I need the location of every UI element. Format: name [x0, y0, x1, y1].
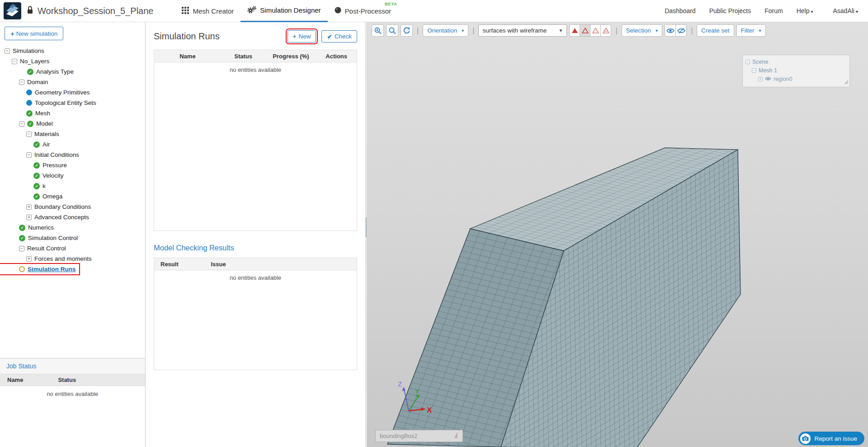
hide-selection-button[interactable] — [675, 24, 687, 37]
scene-tree-item-scene[interactable]: − Scene — [745, 57, 847, 66]
model-checking-title: Model Checking Results — [154, 244, 357, 252]
tree-item-label[interactable]: Simulations — [13, 47, 44, 54]
help-menu[interactable]: Help▾ — [797, 7, 813, 14]
mesh-quality-solid-button[interactable] — [569, 24, 580, 37]
collapse-icon[interactable]: − — [26, 152, 32, 158]
tab-simulation-designer[interactable]: Simulation Designer — [241, 0, 327, 22]
expand-icon[interactable]: + — [26, 204, 32, 210]
collapse-icon[interactable]: − — [5, 48, 10, 54]
scene-tree-item-mesh-1[interactable]: − Mesh 1 — [745, 66, 847, 75]
render-mode-select[interactable]: surfaces with wireframe ▼ — [478, 24, 567, 37]
tree-item-forces-and-moments[interactable]: +Forces and moments — [0, 254, 95, 264]
tree-item-initial-conditions[interactable]: −Initial Conditions — [0, 150, 82, 160]
tree-item-label[interactable]: Simulation Runs — [28, 266, 76, 273]
tree-item-geometry-primitives[interactable]: Geometry Primitives — [0, 87, 93, 98]
filter-dropdown[interactable]: Filter ▾ — [736, 24, 766, 37]
tree-item-label[interactable]: Advanced Concepts — [34, 214, 89, 221]
mesh-quality-clip-button[interactable] — [600, 24, 611, 37]
tree-item-label[interactable]: Omega — [42, 193, 62, 200]
tab-post-processor[interactable]: Post-Processor BETA — [328, 0, 398, 22]
eye-icon[interactable] — [765, 76, 771, 82]
tree-item-mesh[interactable]: ✓Mesh — [0, 108, 53, 118]
eye-slash-icon — [677, 28, 685, 34]
tree-item-pressure[interactable]: ✓Pressure — [0, 160, 70, 170]
tree-item-model[interactable]: −✓Model — [0, 118, 56, 129]
zoom-fit-button[interactable] — [386, 24, 398, 37]
refresh-view-button[interactable] — [401, 24, 413, 37]
collapse-icon[interactable]: − — [26, 132, 32, 137]
create-set-button[interactable]: Create set — [697, 24, 734, 37]
expand-icon[interactable]: + — [758, 77, 763, 81]
tree-item-label[interactable]: Materials — [34, 131, 59, 137]
tree-item-label[interactable]: Initial Conditions — [34, 151, 79, 158]
tree-item-materials[interactable]: −Materials — [0, 129, 62, 139]
tree-item-air[interactable]: ✓Air — [0, 139, 53, 150]
tree-item-label[interactable]: Topological Entity Sets — [35, 99, 96, 106]
viewport-3d[interactable]: | Orientation ▾ | surfaces with wirefram… — [367, 22, 868, 447]
tree-item-label[interactable]: No_Layers — [20, 58, 49, 65]
tree-item-boundary-conditions[interactable]: +Boundary Conditions — [0, 202, 94, 212]
tree-item-analysis-type[interactable]: ✓Analysis Type — [0, 66, 77, 77]
tree-item-label[interactable]: Geometry Primitives — [35, 89, 90, 96]
nav-dashboard[interactable]: Dashboard — [665, 7, 696, 14]
expand-icon[interactable]: + — [26, 256, 32, 262]
tree-item-label[interactable]: Model — [36, 120, 53, 127]
collapse-icon[interactable]: − — [19, 80, 24, 85]
main-layout: + New simulation −Simulations−No_Layers✓… — [0, 22, 868, 447]
tree-item-velocity[interactable]: ✓Velocity — [0, 170, 67, 181]
check-button[interactable]: ✔ Check — [321, 30, 357, 42]
tree-item-simulation-control[interactable]: ✓Simulation Control — [0, 233, 81, 243]
nav-public-projects[interactable]: Public Projects — [709, 7, 751, 14]
tree-item-omega[interactable]: ✓Omega — [0, 191, 66, 202]
orientation-dropdown[interactable]: Orientation ▾ — [423, 24, 468, 37]
tree-item-label[interactable]: Result Control — [27, 245, 66, 252]
tree-item-label[interactable]: Pressure — [42, 162, 67, 169]
check-circle-icon: ✓ — [33, 193, 40, 200]
tab-mesh-creator[interactable]: Mesh Creator — [175, 0, 241, 22]
tree-item-simulation-runs[interactable]: Simulation Runs — [0, 264, 79, 274]
bounding-box-input[interactable]: boundingBox2 — [375, 430, 463, 442]
report-issue-button[interactable]: Report an issue — [798, 432, 864, 445]
tree-item-label[interactable]: Air — [42, 141, 50, 148]
tree-item-label[interactable]: Mesh — [35, 110, 50, 117]
collapse-icon[interactable]: − — [12, 59, 17, 64]
toolbar-separator: | — [472, 27, 474, 35]
user-menu[interactable]: AsadAli▾ — [833, 7, 859, 14]
tree-item-domain[interactable]: −Domain — [0, 77, 52, 87]
tree-item-label[interactable]: Simulation Control — [28, 235, 78, 241]
tree-item-result-control[interactable]: −Result Control — [0, 243, 69, 254]
tree-item-numerics[interactable]: ✓Numerics — [0, 222, 57, 233]
tree-item-k[interactable]: ✓k — [0, 181, 49, 191]
nav-forum[interactable]: Forum — [764, 7, 783, 14]
collapse-icon[interactable]: − — [19, 246, 24, 251]
zoom-in-button[interactable] — [372, 24, 384, 37]
tree-item-topological-entity-sets[interactable]: Topological Entity Sets — [0, 98, 99, 108]
selection-dropdown[interactable]: Selection ▾ — [622, 24, 663, 37]
tree-item-label[interactable]: Boundary Conditions — [34, 203, 91, 210]
collapse-icon[interactable]: − — [745, 60, 750, 64]
expand-icon[interactable]: + — [26, 215, 32, 220]
tree-item-simulations[interactable]: −Simulations — [0, 46, 47, 56]
collapse-icon[interactable]: − — [752, 68, 756, 73]
tree-item-label[interactable]: k — [42, 183, 46, 189]
new-run-button[interactable]: + New — [288, 30, 316, 42]
new-simulation-button[interactable]: + New simulation — [5, 27, 63, 40]
tree-item-label[interactable]: Velocity — [42, 172, 64, 179]
mesh-quality-outline-button[interactable] — [580, 24, 590, 37]
tree-item-label[interactable]: Numerics — [28, 224, 54, 231]
axis-triad[interactable]: Z Y X — [390, 378, 435, 419]
tree-item-advanced-concepts[interactable]: +Advanced Concepts — [0, 212, 92, 222]
tree-item-label[interactable]: Domain — [27, 79, 48, 85]
resize-grip-icon[interactable] — [454, 432, 458, 440]
show-all-button[interactable] — [665, 24, 676, 37]
collapse-icon[interactable]: − — [19, 121, 24, 127]
mesh-quality-light-button[interactable] — [590, 24, 601, 37]
tree-item-no-layers[interactable]: −No_Layers — [0, 56, 52, 66]
tree-item-label[interactable]: Forces and moments — [34, 255, 92, 262]
tree-item-label[interactable]: Analysis Type — [36, 68, 74, 75]
resize-grip-icon[interactable] — [844, 80, 849, 86]
app-logo[interactable] — [4, 2, 21, 19]
runs-table-header: Name Status Progress (%) Actions — [154, 50, 357, 62]
scene-tree-item-region0[interactable]: + region0 — [745, 75, 847, 83]
visibility-group — [665, 24, 687, 37]
